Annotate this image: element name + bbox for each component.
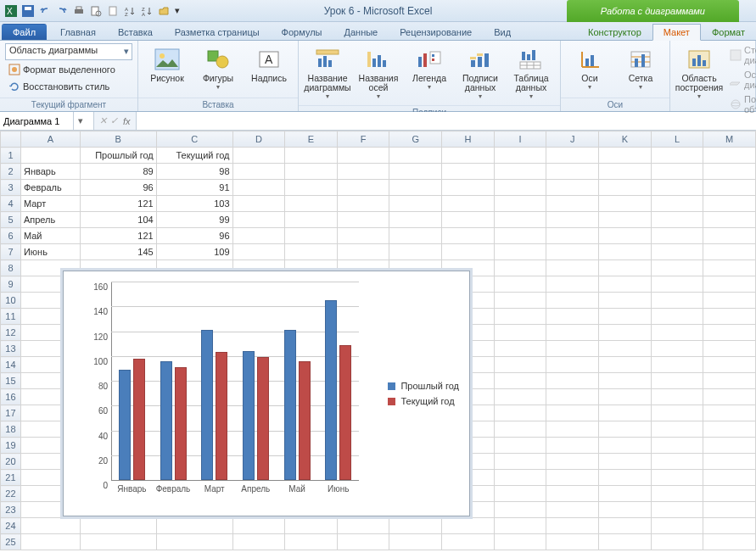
cell-E7[interactable]	[285, 244, 338, 260]
cell-M1[interactable]	[703, 148, 756, 164]
cell-L9[interactable]	[651, 276, 703, 293]
cell-I13[interactable]	[494, 341, 546, 357]
cell-K4[interactable]	[598, 196, 651, 212]
row-header-24[interactable]: 24	[1, 518, 21, 534]
row-header-5[interactable]: 5	[1, 212, 21, 228]
col-header-D[interactable]: D	[232, 131, 285, 148]
cell-E1[interactable]	[285, 148, 338, 164]
cell-I24[interactable]	[494, 518, 546, 534]
data-labels-button[interactable]: Подписи данных	[456, 43, 504, 103]
col-header-E[interactable]: E	[285, 131, 338, 148]
cell-F24[interactable]	[337, 518, 389, 534]
col-header-H[interactable]: H	[442, 131, 495, 148]
data-table-button[interactable]: Таблица данных	[507, 43, 555, 103]
cell-J15[interactable]	[546, 373, 599, 389]
axes-button[interactable]: Оси	[566, 43, 613, 93]
formula-input[interactable]	[137, 112, 756, 130]
cell-B25[interactable]	[80, 534, 156, 550]
cell-B1[interactable]: Прошлый год	[80, 148, 156, 164]
tab-chart-layout[interactable]: Макет	[652, 24, 701, 41]
cell-I14[interactable]	[494, 357, 546, 373]
cell-C2[interactable]: 98	[156, 164, 232, 180]
col-header-M[interactable]: M	[703, 131, 756, 148]
cell-D1[interactable]	[232, 148, 285, 164]
picture-button[interactable]: Рисунок	[143, 43, 191, 86]
cell-B5[interactable]: 104	[80, 212, 156, 228]
chart-plot-area[interactable]: 020406080100120140160ЯнварьФевральМартАп…	[87, 282, 359, 495]
col-header-A[interactable]: A	[20, 131, 80, 148]
cell-C3[interactable]: 91	[156, 180, 232, 196]
cell-K6[interactable]	[598, 228, 651, 244]
row-header-23[interactable]: 23	[1, 502, 21, 518]
cell-M15[interactable]	[703, 373, 756, 389]
cell-G5[interactable]	[389, 212, 442, 228]
row-header-10[interactable]: 10	[1, 293, 21, 309]
cell-M5[interactable]	[703, 212, 756, 228]
col-header-I[interactable]: I	[494, 131, 546, 148]
cell-K23[interactable]	[598, 502, 651, 518]
bar-Текущий год-Апрель[interactable]	[257, 357, 269, 480]
chart-element-selector[interactable]: Область диаграммы	[5, 43, 132, 60]
cell-K12[interactable]	[598, 325, 651, 341]
shapes-button[interactable]: Фигуры	[194, 43, 242, 93]
row-header-9[interactable]: 9	[1, 276, 21, 293]
cell-H2[interactable]	[442, 164, 495, 180]
cell-A2[interactable]: Январь	[20, 164, 80, 180]
cell-F3[interactable]	[337, 180, 389, 196]
cell-D2[interactable]	[232, 164, 285, 180]
cell-A7[interactable]: Июнь	[20, 244, 80, 260]
tab-formulas[interactable]: Формулы	[271, 24, 333, 40]
cell-G24[interactable]	[389, 518, 442, 534]
cell-C6[interactable]: 96	[156, 228, 232, 244]
axis-titles-button[interactable]: Названия осей	[355, 43, 402, 103]
tab-insert[interactable]: Вставка	[107, 24, 164, 40]
cell-J25[interactable]	[546, 534, 599, 550]
cell-M11[interactable]	[703, 309, 756, 325]
cell-M23[interactable]	[703, 502, 756, 518]
cell-F7[interactable]	[337, 244, 389, 260]
sort-desc-icon[interactable]: ZA	[139, 3, 154, 19]
row-header-14[interactable]: 14	[1, 357, 21, 373]
row-header-2[interactable]: 2	[1, 164, 21, 180]
cell-K10[interactable]	[598, 293, 651, 309]
bar-Текущий год-Март[interactable]	[216, 352, 227, 480]
cell-J9[interactable]	[546, 276, 599, 293]
undo-icon[interactable]	[37, 3, 53, 19]
cell-L1[interactable]	[651, 148, 703, 164]
cell-I11[interactable]	[494, 309, 546, 325]
cell-D7[interactable]	[232, 244, 285, 260]
col-header-J[interactable]: J	[546, 131, 599, 148]
col-header-L[interactable]: L	[651, 131, 703, 148]
row-header-3[interactable]: 3	[1, 180, 21, 196]
cell-D5[interactable]	[232, 212, 285, 228]
cell-C1[interactable]: Текущий год	[156, 148, 232, 164]
cell-K15[interactable]	[598, 373, 651, 389]
cell-A6[interactable]: Май	[20, 228, 80, 244]
cell-I21[interactable]	[494, 470, 546, 486]
select-all-corner[interactable]	[1, 131, 21, 148]
cell-L24[interactable]	[651, 518, 703, 534]
cell-K20[interactable]	[598, 454, 651, 470]
cell-K18[interactable]	[598, 421, 651, 438]
legend-button[interactable]: Легенда	[406, 43, 453, 93]
embedded-chart[interactable]: 020406080100120140160ЯнварьФевральМартАп…	[63, 271, 470, 516]
cell-L2[interactable]	[651, 164, 703, 180]
cell-M20[interactable]	[703, 454, 756, 470]
cell-B2[interactable]: 89	[80, 164, 156, 180]
cell-L15[interactable]	[651, 373, 703, 389]
cell-I3[interactable]	[494, 180, 546, 196]
cell-K14[interactable]	[598, 357, 651, 373]
tab-view[interactable]: Вид	[483, 24, 522, 40]
cell-H4[interactable]	[442, 196, 495, 212]
cell-J8[interactable]	[546, 260, 599, 276]
cell-J20[interactable]	[546, 454, 599, 470]
row-header-20[interactable]: 20	[1, 454, 21, 470]
cell-B6[interactable]: 121	[80, 228, 156, 244]
cell-L4[interactable]	[651, 196, 703, 212]
cell-M13[interactable]	[703, 341, 756, 357]
reset-style-button[interactable]: Восстановить стиль	[5, 79, 132, 94]
cell-E25[interactable]	[285, 534, 338, 550]
cell-L13[interactable]	[651, 341, 703, 357]
cell-J16[interactable]	[546, 389, 599, 405]
save-icon[interactable]	[20, 3, 36, 19]
